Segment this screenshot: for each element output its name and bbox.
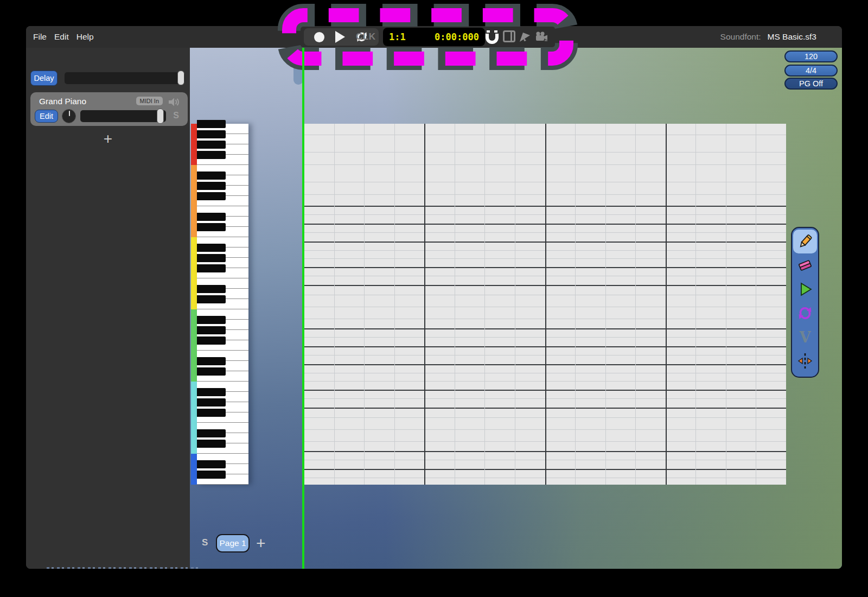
grid-line [726,124,726,485]
grid-line [334,124,335,485]
piano-roll-area: 120 4/4 PG Off [190,48,842,569]
add-page-button[interactable]: + [256,534,266,552]
piano-key-black[interactable] [197,172,226,180]
volume-slider-handle[interactable] [157,109,164,124]
grid-line [666,124,667,485]
piano-key-black[interactable] [197,326,226,334]
grid-line [695,124,696,485]
menu-file[interactable]: File [33,32,47,42]
piano-key-black[interactable] [197,429,226,437]
octave-band [191,382,197,454]
delay-button[interactable]: Delay [30,71,58,86]
piano-key-black[interactable] [197,182,226,190]
octave-band [191,454,197,485]
clipped-status-text [47,567,200,569]
pan-knob[interactable] [62,109,76,123]
add-track-button[interactable]: + [26,130,190,148]
track-sidebar: Delay Grand Piano MIDI In Edit S + [26,48,190,569]
grid-line [394,124,395,485]
octave-band [191,124,197,165]
piano-key-black[interactable] [197,213,226,221]
octave-band [191,309,197,382]
pg-off-button[interactable]: PG Off [784,78,838,90]
note-grid[interactable] [304,124,786,485]
playhead-line[interactable] [302,48,304,569]
app-window: File Edit Help CLK 1:1 0:00:000 [26,26,842,569]
track-solo-button[interactable]: S [173,111,179,120]
menu-help[interactable]: Help [76,32,94,42]
piano-key-black[interactable] [197,223,226,231]
video-camera-icon[interactable] [534,30,548,43]
edit-track-button[interactable]: Edit [35,110,58,123]
piano-key-black[interactable] [197,192,226,200]
page-1-button[interactable]: Page 1 [216,534,250,552]
panel-toggle-icon[interactable] [503,30,515,42]
piano-key-black[interactable] [197,460,226,468]
piano-key-black[interactable] [197,440,226,448]
piano-key-black[interactable] [197,264,226,272]
grid-line [756,124,756,485]
piano-key-black[interactable] [197,398,226,407]
tool-palette: V [791,227,819,378]
piano-key-black[interactable] [197,130,226,138]
grid-line [575,124,576,485]
delay-slider[interactable] [65,72,185,84]
pencil-tool[interactable] [793,230,817,253]
speaker-icon[interactable] [168,97,180,107]
menubar: File Edit Help [26,32,183,42]
grid-line [515,124,515,485]
piano-key-black[interactable] [197,120,226,128]
piano-key-black[interactable] [197,357,226,365]
octave-band [191,165,197,237]
grid-line [364,124,365,485]
track-name: Grand Piano [39,97,86,106]
piano-key-black[interactable] [197,388,226,396]
menu-edit[interactable]: Edit [54,32,69,42]
position-readout: 1:1 [389,31,435,42]
delay-row: Delay [30,71,186,86]
piano-key-black[interactable] [197,151,226,159]
piano-key-black[interactable] [197,254,226,262]
octave-color-strip [191,124,197,485]
grid-line [605,124,606,485]
piano-key-black[interactable] [197,285,226,293]
delay-slider-handle[interactable] [177,71,184,85]
soundfont-value[interactable]: MS Basic.sf3 [768,32,816,42]
grid-line [484,124,485,485]
octave-band [191,237,197,309]
soundfont-indicator: Soundfont: MS Basic.sf3 [720,26,816,48]
piano-key-black[interactable] [197,316,226,324]
grid-line [455,124,455,485]
grid-line [424,124,425,485]
piano-key-black[interactable] [197,409,226,417]
top-toolbar: File Edit Help CLK 1:1 0:00:000 [26,26,842,48]
record-button[interactable] [314,32,324,42]
grid-line [545,124,546,485]
piano-key-black[interactable] [197,244,226,252]
tempo-button[interactable]: 120 [784,50,838,62]
volume-slider[interactable] [80,110,166,122]
piano-keyboard[interactable] [197,124,248,485]
loop-tool[interactable] [793,301,817,325]
piano-key-black[interactable] [197,295,226,303]
soundfont-label: Soundfont: [720,32,761,42]
clock-toggle[interactable]: CLK [356,31,375,42]
velocity-tool[interactable]: V [793,325,817,349]
grid-line [635,124,636,485]
time-signature-button[interactable]: 4/4 [784,65,838,77]
split-tool[interactable] [793,349,817,373]
eraser-tool[interactable] [793,253,817,277]
play-button[interactable] [335,31,345,43]
midi-in-badge: MIDI In [136,97,163,105]
play-tool[interactable] [793,277,817,301]
track-card[interactable]: Grand Piano MIDI In Edit S [30,92,188,126]
piano-key-black[interactable] [197,141,226,149]
time-display: 1:1 0:00:000 [383,28,485,46]
cursor-arrow-icon[interactable] [519,30,532,43]
piano-key-black[interactable] [197,367,226,376]
piano-key-black[interactable] [197,336,226,345]
snap-magnet-icon[interactable] [485,30,499,45]
page-solo-button[interactable]: S [202,537,208,548]
time-readout: 0:00:000 [435,31,479,42]
piano-key-black[interactable] [197,471,226,479]
